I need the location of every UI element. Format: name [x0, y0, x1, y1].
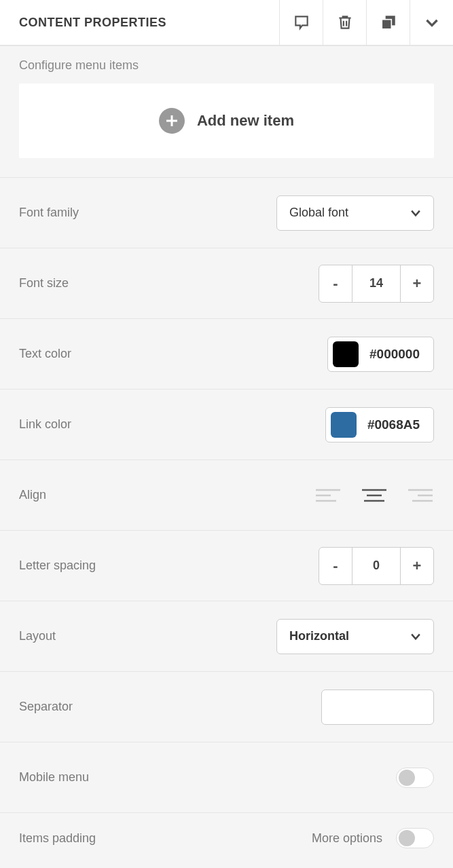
text-color-label: Text color	[19, 347, 71, 361]
text-color-value: #000000	[369, 347, 420, 362]
font-family-row: Font family Global font	[0, 178, 453, 248]
link-color-row: Link color #0068A5	[0, 390, 453, 460]
align-group	[314, 485, 434, 506]
panel-title: CONTENT PROPERTIES	[0, 16, 166, 30]
mobile-menu-toggle[interactable]	[396, 768, 434, 788]
align-row: Align	[0, 460, 453, 531]
link-color-label: Link color	[19, 417, 71, 432]
configure-label: Configure menu items	[19, 58, 434, 73]
separator-label: Separator	[19, 700, 73, 714]
font-family-label: Font family	[19, 206, 79, 220]
add-new-item-label: Add new item	[197, 112, 294, 130]
font-size-decrease[interactable]: -	[319, 265, 352, 302]
layout-select[interactable]: Horizontal	[276, 619, 434, 654]
font-size-label: Font size	[19, 276, 69, 290]
letter-spacing-value[interactable]: 0	[352, 548, 401, 584]
items-padding-label: Items padding	[19, 831, 96, 846]
layout-row: Layout Horizontal	[0, 601, 453, 672]
add-new-item-button[interactable]: Add new item	[19, 83, 434, 158]
align-right-button[interactable]	[407, 485, 434, 506]
letter-spacing-increase[interactable]: +	[401, 548, 433, 584]
mobile-menu-row: Mobile menu	[0, 742, 453, 813]
panel-header: CONTENT PROPERTIES	[0, 0, 453, 46]
separator-row: Separator	[0, 672, 453, 742]
link-color-picker[interactable]: #0068A5	[325, 407, 434, 442]
align-left-button[interactable]	[314, 485, 342, 506]
svg-rect-1	[382, 20, 391, 29]
toggle-knob	[399, 770, 415, 786]
more-options-label: More options	[312, 831, 382, 846]
letter-spacing-label: Letter spacing	[19, 559, 96, 573]
plus-circle-icon	[159, 108, 185, 134]
font-size-stepper: - 14 +	[319, 265, 434, 303]
chevron-down-icon[interactable]	[410, 0, 453, 45]
items-padding-toggle[interactable]	[396, 828, 434, 848]
chevron-down-icon	[409, 630, 422, 643]
layout-label: Layout	[19, 629, 56, 643]
text-color-swatch	[333, 341, 359, 367]
items-padding-row: Items padding More options	[0, 813, 453, 863]
align-center-button[interactable]	[361, 485, 388, 506]
comment-icon[interactable]	[279, 0, 323, 45]
text-color-row: Text color #000000	[0, 319, 453, 390]
chevron-down-icon	[409, 206, 422, 220]
font-size-value[interactable]: 14	[352, 265, 401, 302]
duplicate-icon[interactable]	[366, 0, 410, 45]
text-color-picker[interactable]: #000000	[327, 337, 434, 372]
font-family-select[interactable]: Global font	[276, 195, 434, 231]
configure-section: Configure menu items Add new item	[0, 46, 453, 178]
font-size-row: Font size - 14 +	[0, 248, 453, 319]
layout-value: Horizontal	[289, 629, 349, 643]
font-size-increase[interactable]: +	[401, 265, 433, 302]
letter-spacing-stepper: - 0 +	[319, 547, 434, 585]
align-label: Align	[19, 488, 46, 502]
letter-spacing-row: Letter spacing - 0 +	[0, 531, 453, 601]
link-color-swatch	[331, 412, 357, 438]
letter-spacing-decrease[interactable]: -	[319, 548, 352, 584]
mobile-menu-label: Mobile menu	[19, 770, 89, 785]
font-family-value: Global font	[289, 206, 348, 220]
header-icon-group	[279, 0, 453, 45]
toggle-knob	[399, 830, 415, 846]
trash-icon[interactable]	[323, 0, 366, 45]
separator-input[interactable]	[321, 690, 434, 725]
link-color-value: #0068A5	[367, 417, 420, 432]
items-padding-right: More options	[312, 828, 434, 848]
